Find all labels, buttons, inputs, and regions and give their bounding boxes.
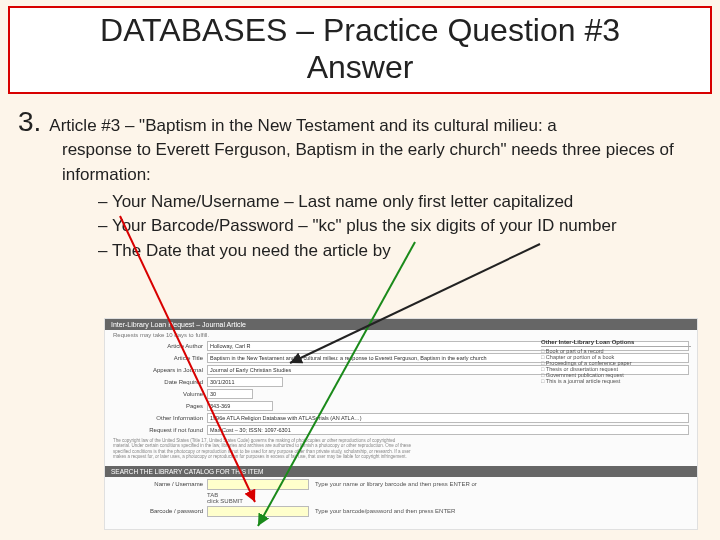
content: 3. Article #3 – "Baptism in the New Test… xyxy=(0,94,720,264)
question-continuation: response to Everett Ferguson, Baptism in… xyxy=(62,138,694,187)
field-label: Other Information xyxy=(113,415,207,421)
bullet-item: Your Name/Username – Last name only firs… xyxy=(98,190,694,215)
bullet-item: Your Barcode/Password – "kc" plus the si… xyxy=(98,214,694,239)
other-options: Other Inter-Library Loan Options Book or… xyxy=(541,339,691,384)
title-box: DATABASES – Practice Question #3 Answer xyxy=(8,6,712,94)
field-label: Pages xyxy=(113,403,207,409)
field-label: Article Author xyxy=(113,343,207,349)
ill-form-screenshot: Inter-Library Loan Request – Journal Art… xyxy=(104,318,698,530)
title-line2: Answer xyxy=(18,49,702,86)
field-value[interactable]: 30/1/2011 xyxy=(207,377,283,387)
username-hint: Type your name or library barcode and th… xyxy=(309,481,477,487)
question-number: 3. xyxy=(18,108,41,136)
barcode-field[interactable] xyxy=(207,506,309,517)
bullet-list: Your Name/Username – Last name only firs… xyxy=(18,190,694,264)
field-label: Date Required xyxy=(113,379,207,385)
username-field[interactable] xyxy=(207,479,309,490)
form-header: Inter-Library Loan Request – Journal Art… xyxy=(105,319,697,330)
submit-hint: click SUBMIT xyxy=(207,498,243,504)
copyright-text: The copyright law of the United States (… xyxy=(105,436,421,462)
field-value[interactable]: 30 xyxy=(207,389,253,399)
field-value[interactable]: 343-369 xyxy=(207,401,273,411)
barcode-hint: Type your barcode/password and then pres… xyxy=(309,508,455,514)
other-options-heading: Other Inter-Library Loan Options xyxy=(541,339,691,347)
field-label: Request if not found xyxy=(113,427,207,433)
field-label: Article Title xyxy=(113,355,207,361)
field-label: Appears in Journal xyxy=(113,367,207,373)
search-header: SEARCH THE LIBRARY CATALOG FOR THIS ITEM xyxy=(105,466,697,477)
option-item[interactable]: This is a journal article request xyxy=(541,378,691,384)
question-lead: Article #3 – "Baptism in the New Testame… xyxy=(49,114,556,139)
title-line1: DATABASES – Practice Question #3 xyxy=(18,12,702,49)
barcode-label: Barcode / password xyxy=(113,508,207,514)
bullet-item: The Date that you need the article by xyxy=(98,239,694,264)
username-label: Name / Username xyxy=(113,481,207,487)
field-value[interactable]: Max Cost – 30; ISSN: 1097-6301 xyxy=(207,425,689,435)
field-value[interactable]: 1996e ATLA Religion Database with ATLASe… xyxy=(207,413,689,423)
field-label: Volume xyxy=(113,391,207,397)
